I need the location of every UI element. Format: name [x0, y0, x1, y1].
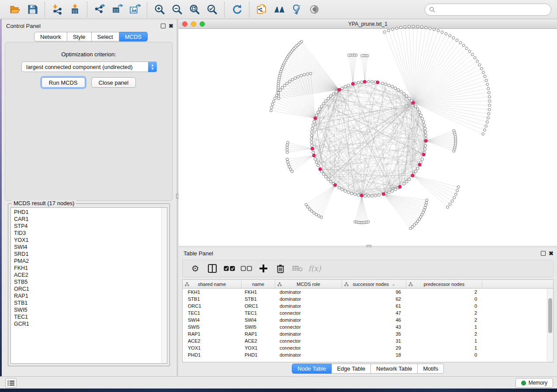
table-cell: RAP1 [242, 330, 275, 337]
mcds-node-item[interactable]: SWI5 [11, 306, 161, 313]
criterion-dropdown[interactable]: largest connected component (undirected)… [21, 62, 157, 72]
column-header-predecessor-nodes[interactable]: predecessor nodes [406, 280, 482, 288]
tab-node-table[interactable]: Node Table [292, 364, 332, 374]
status-bar: Memory [0, 376, 557, 389]
table-row[interactable]: TEC1TEC1connector472 [183, 309, 553, 316]
tab-select[interactable]: Select [92, 32, 119, 41]
add-row-button[interactable] [257, 262, 270, 275]
mcds-result-list[interactable]: PHD1CAR1STP4TID3YOX1SWI4SRD1PMA2FKH1ACE2… [10, 207, 167, 364]
table-row[interactable]: RAP1RAP1dominator352 [183, 330, 553, 337]
hide-details-button[interactable] [288, 2, 305, 17]
table-settings-gear-button[interactable]: ⚙ [189, 262, 202, 275]
app-window: Control Panel ✖ NetworkStyleSelectMCDS O… [0, 0, 557, 389]
mcds-node-item[interactable]: CAR1 [11, 216, 161, 223]
tab-network[interactable]: Network [34, 32, 67, 41]
share-document-button[interactable] [253, 2, 270, 17]
open-icon [9, 3, 21, 15]
table-row[interactable]: PHD1PHD1dominator180 [183, 351, 553, 358]
close-panel-button[interactable]: Close panel [91, 77, 136, 88]
select-all-checkboxes-button[interactable] [223, 262, 236, 275]
tab-style[interactable]: Style [67, 32, 92, 41]
mcds-node-item[interactable]: STB1 [11, 299, 161, 306]
hide-details-icon [291, 3, 303, 15]
table-cell: dominator [275, 351, 342, 358]
zoom-selected-button[interactable] [203, 2, 221, 17]
open-button[interactable] [6, 2, 24, 17]
column-header-successor-nodes[interactable]: successor nodes⌄ [342, 280, 406, 288]
mcds-node-item[interactable]: RAP1 [11, 292, 161, 299]
mcds-result-title: MCDS result (17 nodes) [12, 200, 76, 206]
network-canvas[interactable] [179, 29, 557, 246]
mcds-node-item[interactable]: PHD1 [11, 209, 161, 216]
export-network-button[interactable] [91, 2, 108, 17]
float-panel-icon[interactable] [541, 251, 546, 256]
desktop-wallpaper-strip [0, 389, 557, 392]
table-cell: 35 [342, 330, 406, 337]
task-history-button[interactable] [5, 378, 17, 388]
network-window-titlebar[interactable]: YPA_prune.txt_1 [179, 19, 557, 29]
search-objects-button[interactable] [270, 2, 288, 17]
run-mcds-button[interactable]: Run MCDS [42, 77, 85, 88]
search-input[interactable] [438, 5, 551, 14]
mcds-node-item[interactable]: GCR1 [11, 320, 161, 327]
import-network-button[interactable] [48, 2, 66, 17]
show-columns-button[interactable] [206, 262, 219, 275]
save-button[interactable] [24, 2, 41, 17]
column-header-filler [482, 280, 553, 288]
table-cell: SWI5 [183, 323, 242, 330]
delete-row-button[interactable] [274, 262, 287, 275]
table-row[interactable]: STB1STB1dominator620 [183, 296, 553, 303]
tab-network-table[interactable]: Network Table [371, 364, 418, 374]
mcds-list-scrollbar[interactable] [161, 208, 167, 363]
table-cell: TEC1 [242, 309, 275, 316]
delete-table-button [291, 262, 304, 275]
table-row[interactable]: SWI4SWI4dominator462 [183, 316, 553, 323]
show-details-button[interactable] [305, 2, 323, 17]
toolbar-group [87, 2, 147, 17]
tab-edge-table[interactable]: Edge Table [332, 364, 371, 374]
tree-column-icon [185, 282, 189, 286]
mcds-node-item[interactable]: STP4 [11, 223, 161, 230]
import-table-button[interactable] [66, 2, 83, 17]
export-image-button[interactable] [126, 2, 143, 17]
table-cell: 29 [342, 344, 406, 351]
tab-mcds[interactable]: MCDS [119, 32, 148, 41]
search-box[interactable] [425, 3, 551, 16]
close-panel-icon[interactable]: ✖ [169, 24, 173, 28]
float-panel-icon[interactable] [161, 24, 166, 28]
table-cell: RAP1 [183, 330, 242, 337]
zoom-fit-button[interactable] [186, 2, 203, 17]
memory-status-icon [521, 381, 526, 385]
mcds-node-item[interactable]: TEC1 [11, 313, 161, 320]
mcds-tab-content: Optimization criterion: largest connecte… [5, 42, 173, 201]
mcds-node-item[interactable]: SWI4 [11, 244, 161, 251]
export-table-button[interactable] [108, 2, 126, 17]
table-row[interactable]: SWI5SWI5connector431 [183, 323, 553, 330]
mcds-node-item[interactable]: ACE2 [11, 272, 161, 279]
refresh-button[interactable] [228, 2, 246, 17]
mcds-node-item[interactable]: TID3 [11, 230, 161, 237]
scrollbar-thumb[interactable] [548, 298, 552, 333]
table-row[interactable]: ORC1ORC1dominator610 [183, 303, 553, 309]
mcds-node-item[interactable]: ORC1 [11, 285, 161, 292]
tab-motifs[interactable]: Motifs [418, 364, 444, 374]
mcds-node-item[interactable]: STB5 [11, 279, 161, 285]
column-header-MCDS-role[interactable]: MCDS role [275, 280, 342, 288]
mcds-node-item[interactable]: FKH1 [11, 265, 161, 272]
mcds-node-item[interactable]: SRD1 [11, 251, 161, 258]
zoom-out-button[interactable] [168, 2, 186, 17]
memory-button[interactable]: Memory [515, 378, 553, 388]
column-header-shared-name[interactable]: shared name [183, 280, 242, 288]
tree-column-icon [408, 282, 413, 286]
table-row[interactable]: FKH1FKH1dominator962 [183, 289, 553, 296]
table-row[interactable]: ACE2ACE2connector311 [183, 337, 553, 344]
mcds-node-item[interactable]: YOX1 [11, 237, 161, 244]
column-header-name[interactable]: name [242, 280, 275, 288]
zoom-in-button[interactable] [151, 2, 168, 17]
table-row[interactable]: YOX1YOX1connector291 [183, 344, 553, 351]
clear-all-checkboxes-button[interactable] [240, 262, 253, 275]
table-cell: 1 [406, 323, 482, 330]
mcds-node-item[interactable]: PMA2 [11, 258, 161, 265]
close-panel-icon[interactable]: ✖ [549, 251, 554, 256]
table-scrollbar[interactable] [547, 289, 553, 362]
